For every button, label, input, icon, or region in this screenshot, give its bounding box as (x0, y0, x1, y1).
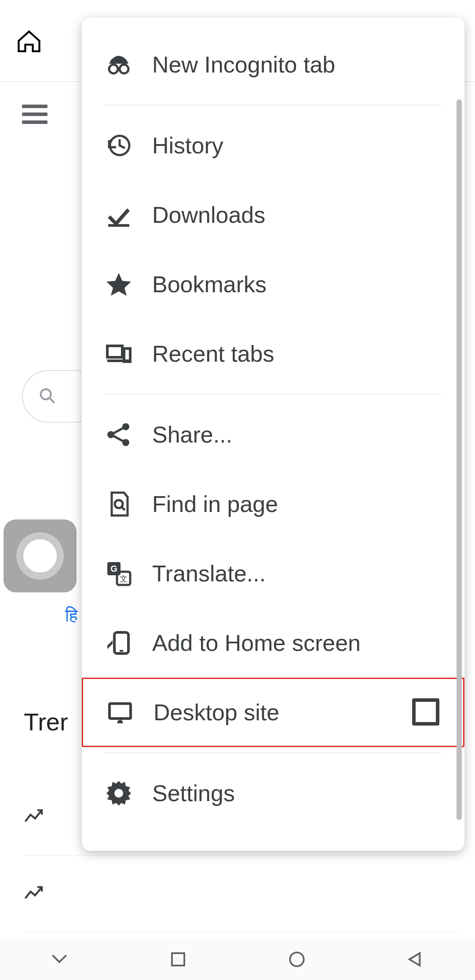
trending-icon (24, 806, 45, 828)
hamburger-icon[interactable] (22, 105, 48, 124)
recent-tabs-icon (105, 340, 133, 368)
language-link-fragment[interactable]: हि (65, 606, 77, 626)
overflow-menu: New Incognito tabHistoryDownloadsBookmar… (82, 18, 464, 851)
translate-icon (105, 559, 133, 588)
back-triangle-icon[interactable] (405, 948, 427, 970)
menu-item-desktop-site[interactable]: Desktop site (82, 678, 464, 747)
add-home-icon (105, 629, 133, 657)
system-nav-bar (0, 939, 475, 980)
trending-icon (24, 883, 45, 904)
menu-divider (105, 105, 442, 105)
menu-item-add-to-home-screen[interactable]: Add to Home screen (82, 608, 464, 678)
menu-item-label: Find in page (152, 491, 442, 517)
menu-item-new-incognito-tab[interactable]: New Incognito tab (82, 30, 464, 99)
menu-item-label: Share... (152, 421, 442, 448)
menu-item-downloads[interactable]: Downloads (82, 180, 464, 250)
menu-item-label: History (152, 132, 442, 159)
menu-scrollbar[interactable] (457, 99, 462, 820)
home-icon[interactable] (16, 28, 42, 54)
checkbox-unchecked[interactable] (412, 698, 440, 726)
menu-item-label: Desktop site (153, 699, 393, 726)
menu-item-settings[interactable]: Settings (82, 759, 464, 828)
search-icon (38, 386, 58, 407)
downloads-icon (105, 201, 133, 229)
recent-apps-icon[interactable] (167, 948, 189, 970)
menu-divider (105, 752, 442, 753)
menu-item-find-in-page[interactable]: Find in page (82, 469, 464, 539)
menu-item-share[interactable]: Share... (82, 400, 464, 469)
menu-item-label: Add to Home screen (152, 630, 442, 656)
menu-item-label: New Incognito tab (152, 51, 442, 78)
trending-heading-fragment: Trer (24, 708, 68, 736)
settings-icon (105, 779, 133, 807)
bookmarks-icon (105, 270, 133, 298)
home-circle-icon[interactable] (286, 948, 308, 970)
menu-item-label: Settings (152, 780, 442, 806)
menu-item-label: Translate... (152, 560, 442, 587)
menu-item-label: Bookmarks (152, 271, 442, 298)
menu-item-label: Downloads (152, 202, 442, 228)
menu-item-label: Recent tabs (152, 341, 442, 367)
desktop-icon (106, 698, 134, 726)
menu-item-recent-tabs[interactable]: Recent tabs (82, 319, 464, 388)
share-icon (105, 421, 133, 449)
menu-item-translate[interactable]: Translate... (82, 539, 464, 608)
assistive-touch[interactable] (4, 519, 77, 592)
history-icon (105, 131, 133, 160)
incognito-icon (105, 51, 133, 79)
menu-item-bookmarks[interactable]: Bookmarks (82, 250, 464, 319)
find-in-page-icon (105, 490, 133, 518)
chevron-down-icon[interactable] (48, 948, 70, 970)
trending-item[interactable] (24, 856, 457, 933)
menu-divider (105, 394, 442, 395)
menu-item-history[interactable]: History (82, 111, 464, 180)
